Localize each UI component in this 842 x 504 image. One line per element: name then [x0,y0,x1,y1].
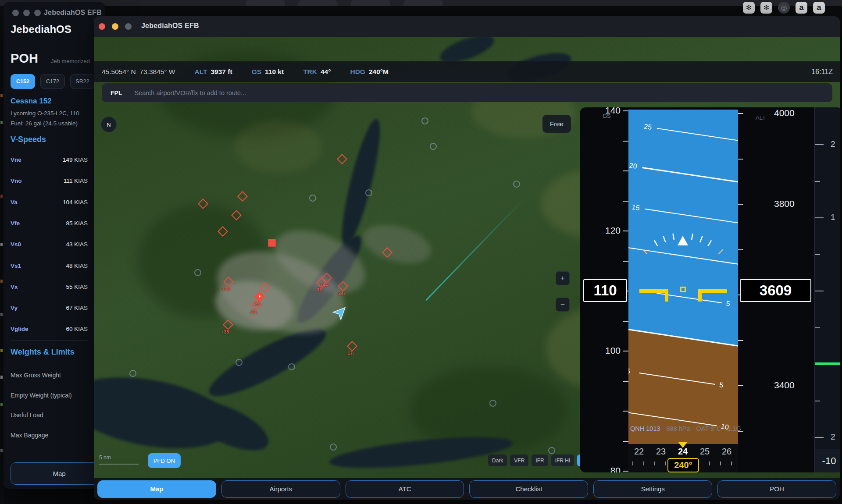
vspeeds-heading: V-Speeds [11,135,46,144]
traffic-marker [347,341,357,351]
vs-tick [815,144,824,145]
openai-icon: ✻ [760,2,772,14]
airport-marker [288,363,295,370]
aircraft-tab-c152[interactable]: C152 [11,74,35,89]
aircraft-fuel: Fuel: 26 gal (24.5 usable) [11,120,78,127]
dimmed-circle-icon: ◎ [778,2,790,14]
status-value: 240°M [369,68,389,76]
pressure-value: 888 hPa [667,425,690,432]
minimize-button[interactable] [112,23,118,30]
vspeed-label: Vfe [11,220,20,227]
layer-button-ifr-hi[interactable]: IFR Hi [551,454,574,466]
camera-mode-button[interactable]: Free [542,115,571,133]
altitude-tick [738,249,743,250]
altitude-tick-label: 3400 [774,380,795,390]
airspeed-tick-label: 100 [594,345,621,356]
zulu-clock: 16:11Z [811,61,833,82]
airport-marker [421,117,428,124]
airspeed-tick [623,411,628,412]
aircraft-tab-c172[interactable]: C172 [40,74,65,89]
airport-marker [129,370,136,377]
aircraft-symbol-left-wing [665,289,668,302]
heading-tick [665,461,666,465]
traffic-label: +30↑ [222,287,232,291]
status-label: GS [252,68,261,76]
heading-tick [731,461,732,465]
airport-marker [430,143,437,150]
close-button[interactable] [12,10,19,16]
route-search-input[interactable] [133,89,832,97]
altitude-tick [738,340,743,341]
zoom-button[interactable] [34,10,41,16]
status-value: 44° [321,68,331,76]
vspeed-row: Vno111 KIAS [11,177,88,184]
vs-tick-label: 1 [831,213,835,222]
airspeed-readout: 110 [583,279,627,302]
nav-tab-atc[interactable]: ATC [346,480,464,498]
oat-value: OAT 8°C [696,425,721,432]
aircraft-name: Cessna 152 [11,97,52,106]
heading-tick [632,461,633,465]
weight-row: Empty Weight (typical) [11,392,72,399]
altitude-tick [738,159,743,160]
nav-tab-map[interactable]: Map [97,480,216,498]
vspeed-label: Vne [11,156,21,163]
traffic-label: +35↑ [221,330,231,334]
layer-button-dark[interactable]: Dark [488,454,507,466]
status-value: 110 kt [265,68,284,76]
aircraft-symbol-right-wing [698,289,727,293]
minimize-button[interactable] [23,10,30,16]
track-line [425,198,524,301]
compass-north-button[interactable]: N [101,117,117,132]
vspeed-row: Vs148 KIAS [11,263,88,269]
traffic-marker [268,239,276,247]
vspeed-row: Vs043 KIAS [11,241,88,248]
close-button[interactable] [99,23,105,30]
status-value: 3937 ft [211,68,232,76]
zoom-out-button[interactable]: − [556,298,570,312]
vs-tick-label: 2 [831,139,835,149]
airspeed-tick [623,261,628,262]
vspeed-label: Vy [11,305,18,311]
heading-number: 23 [656,447,666,457]
vertical-speed-tape: -10 212 [814,107,840,472]
vspeed-value: 149 KIAS [63,156,88,163]
pfd-toggle-button[interactable]: PFD ON [148,453,181,468]
altitude-tick-label: 4000 [774,108,795,118]
heading-number: 25 [700,447,710,457]
gps-coordinates: 45.5054° N 73.3845° W [102,68,175,76]
poh-map-button[interactable]: Map [11,462,105,485]
nav-tab-checklist[interactable]: Checklist [469,480,588,498]
status-item-alt: ALT3937 ft [195,68,232,76]
browser-tab [403,0,443,6]
window-title: JebediahOS EFB [141,22,199,30]
browser-tab [298,0,338,6]
airspeed-tick [623,351,628,351]
vspeed-label: Va [11,199,18,206]
layer-button-vfr[interactable]: VFR [510,454,528,466]
amazon-icon: a [796,2,807,14]
flight-status-bar: 45.5054° N 73.3845° W ALT3937 ftGS110 kt… [94,61,840,82]
heading-tick [643,461,644,465]
g-load-value: 1.1G [727,425,741,432]
nav-tab-airports[interactable]: Airports [221,480,340,498]
status-item-trk: TRK44° [303,68,331,76]
nav-tab-settings[interactable]: Settings [593,480,712,498]
weight-row: Max Gross Weight [11,372,61,379]
roll-scale [628,110,738,444]
zoom-in-button[interactable]: + [556,271,570,285]
weights-heading: Weights & Limits [11,348,75,357]
nav-tab-poh[interactable]: POH [717,480,836,498]
vs-tick [815,401,820,401]
aircraft-tab-sr22[interactable]: SR22 [70,74,95,89]
zoom-button[interactable] [125,23,132,30]
heading-tick [720,461,721,465]
titlebar: JebediahOS EFB [94,16,840,37]
status-item-hdg: HDG240°M [350,68,388,76]
status-label: HDG [350,68,365,76]
openai-icon: ✻ [743,2,755,14]
status-item-gs: GS110 kt [252,68,284,76]
airport-marker [548,447,555,454]
layer-button-ifr[interactable]: IFR [532,454,548,466]
vspeed-value: 111 KIAS [64,177,88,184]
